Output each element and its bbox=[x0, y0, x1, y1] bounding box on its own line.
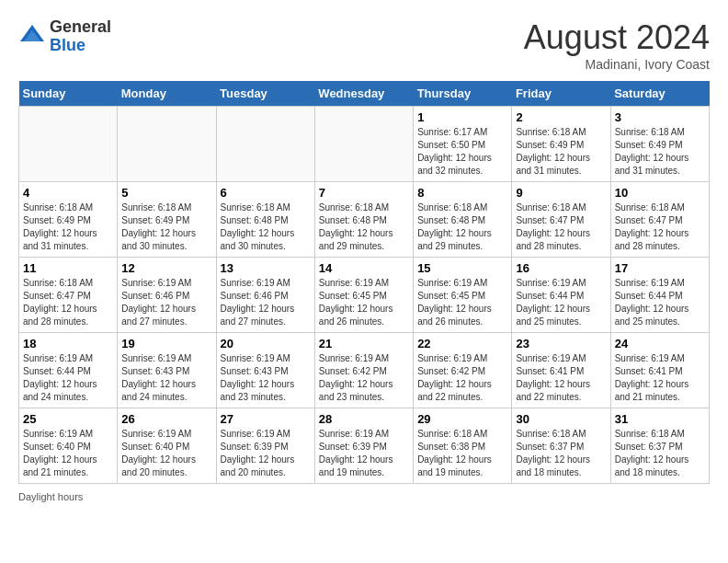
day-number: 25 bbox=[23, 412, 113, 426]
day-number: 27 bbox=[221, 412, 311, 426]
day-number: 18 bbox=[23, 337, 113, 350]
calendar-cell: 5Sunrise: 6:18 AM Sunset: 6:49 PM Daylig… bbox=[118, 182, 216, 258]
calendar-cell bbox=[19, 107, 118, 182]
day-number: 20 bbox=[221, 337, 311, 350]
logo-blue-text: Blue bbox=[50, 37, 111, 55]
day-info: Sunrise: 6:18 AM Sunset: 6:49 PM Dayligh… bbox=[121, 201, 211, 253]
day-number: 11 bbox=[23, 261, 113, 275]
day-info: Sunrise: 6:19 AM Sunset: 6:39 PM Dayligh… bbox=[221, 428, 311, 479]
logo-icon bbox=[18, 23, 46, 51]
calendar-cell bbox=[314, 107, 413, 182]
calendar-cell: 25Sunrise: 6:19 AM Sunset: 6:40 PM Dayli… bbox=[19, 408, 118, 484]
calendar-cell: 27Sunrise: 6:19 AM Sunset: 6:39 PM Dayli… bbox=[216, 408, 314, 484]
calendar-cell: 13Sunrise: 6:19 AM Sunset: 6:46 PM Dayli… bbox=[216, 258, 314, 333]
title-area: August 2024 Madinani, Ivory Coast bbox=[524, 18, 710, 72]
calendar-cell: 4Sunrise: 6:18 AM Sunset: 6:49 PM Daylig… bbox=[19, 182, 118, 258]
page-header: General Blue August 2024 Madinani, Ivory… bbox=[18, 18, 710, 72]
calendar-cell bbox=[216, 107, 314, 182]
calendar-cell: 9Sunrise: 6:18 AM Sunset: 6:47 PM Daylig… bbox=[512, 182, 610, 258]
calendar-cell: 22Sunrise: 6:19 AM Sunset: 6:42 PM Dayli… bbox=[414, 333, 512, 408]
calendar-cell: 6Sunrise: 6:18 AM Sunset: 6:48 PM Daylig… bbox=[216, 182, 314, 258]
day-number: 6 bbox=[221, 186, 311, 200]
day-number: 28 bbox=[319, 412, 409, 426]
calendar-cell: 31Sunrise: 6:18 AM Sunset: 6:37 PM Dayli… bbox=[610, 408, 709, 484]
column-header-wednesday: Wednesday bbox=[314, 81, 413, 107]
day-number: 31 bbox=[615, 412, 705, 426]
day-info: Sunrise: 6:18 AM Sunset: 6:37 PM Dayligh… bbox=[615, 428, 705, 479]
calendar-cell: 16Sunrise: 6:19 AM Sunset: 6:44 PM Dayli… bbox=[512, 258, 610, 333]
day-info: Sunrise: 6:18 AM Sunset: 6:48 PM Dayligh… bbox=[319, 201, 409, 253]
calendar-cell: 1Sunrise: 6:17 AM Sunset: 6:50 PM Daylig… bbox=[414, 107, 512, 182]
calendar-cell: 10Sunrise: 6:18 AM Sunset: 6:47 PM Dayli… bbox=[610, 182, 709, 258]
day-number: 7 bbox=[319, 186, 409, 200]
day-info: Sunrise: 6:18 AM Sunset: 6:37 PM Dayligh… bbox=[516, 428, 606, 479]
day-info: Sunrise: 6:19 AM Sunset: 6:41 PM Dayligh… bbox=[516, 352, 606, 404]
day-number: 2 bbox=[516, 110, 606, 124]
day-number: 14 bbox=[319, 261, 409, 275]
calendar-cell: 18Sunrise: 6:19 AM Sunset: 6:44 PM Dayli… bbox=[19, 333, 118, 408]
day-info: Sunrise: 6:18 AM Sunset: 6:49 PM Dayligh… bbox=[516, 126, 606, 178]
calendar-cell: 30Sunrise: 6:18 AM Sunset: 6:37 PM Dayli… bbox=[512, 408, 610, 484]
day-number: 16 bbox=[516, 261, 606, 275]
day-info: Sunrise: 6:19 AM Sunset: 6:39 PM Dayligh… bbox=[319, 428, 409, 479]
calendar-cell: 3Sunrise: 6:18 AM Sunset: 6:49 PM Daylig… bbox=[610, 107, 709, 182]
day-info: Sunrise: 6:19 AM Sunset: 6:41 PM Dayligh… bbox=[615, 352, 705, 404]
calendar-week-row: 4Sunrise: 6:18 AM Sunset: 6:49 PM Daylig… bbox=[19, 182, 710, 258]
day-info: Sunrise: 6:19 AM Sunset: 6:45 PM Dayligh… bbox=[417, 277, 507, 328]
day-number: 5 bbox=[121, 186, 211, 200]
day-info: Sunrise: 6:19 AM Sunset: 6:45 PM Dayligh… bbox=[319, 277, 409, 328]
calendar-week-row: 1Sunrise: 6:17 AM Sunset: 6:50 PM Daylig… bbox=[19, 107, 710, 182]
day-number: 15 bbox=[417, 261, 507, 275]
day-info: Sunrise: 6:18 AM Sunset: 6:48 PM Dayligh… bbox=[417, 201, 507, 253]
day-info: Sunrise: 6:19 AM Sunset: 6:40 PM Dayligh… bbox=[121, 428, 211, 479]
calendar-week-row: 18Sunrise: 6:19 AM Sunset: 6:44 PM Dayli… bbox=[19, 333, 710, 408]
calendar-cell bbox=[118, 107, 216, 182]
day-info: Sunrise: 6:18 AM Sunset: 6:47 PM Dayligh… bbox=[615, 201, 705, 253]
calendar-week-row: 11Sunrise: 6:18 AM Sunset: 6:47 PM Dayli… bbox=[19, 258, 710, 333]
calendar-cell: 21Sunrise: 6:19 AM Sunset: 6:42 PM Dayli… bbox=[314, 333, 413, 408]
calendar-table: SundayMondayTuesdayWednesdayThursdayFrid… bbox=[18, 81, 710, 484]
column-header-monday: Monday bbox=[118, 81, 216, 107]
day-info: Sunrise: 6:19 AM Sunset: 6:46 PM Dayligh… bbox=[121, 277, 211, 328]
calendar-cell: 20Sunrise: 6:19 AM Sunset: 6:43 PM Dayli… bbox=[216, 333, 314, 408]
day-number: 9 bbox=[516, 186, 606, 200]
day-number: 21 bbox=[319, 337, 409, 350]
day-info: Sunrise: 6:19 AM Sunset: 6:42 PM Dayligh… bbox=[417, 352, 507, 404]
day-number: 19 bbox=[121, 337, 211, 350]
day-number: 8 bbox=[417, 186, 507, 200]
column-header-tuesday: Tuesday bbox=[216, 81, 314, 107]
calendar-cell: 17Sunrise: 6:19 AM Sunset: 6:44 PM Dayli… bbox=[610, 258, 709, 333]
day-info: Sunrise: 6:19 AM Sunset: 6:44 PM Dayligh… bbox=[516, 277, 606, 328]
calendar-cell: 15Sunrise: 6:19 AM Sunset: 6:45 PM Dayli… bbox=[414, 258, 512, 333]
calendar-cell: 8Sunrise: 6:18 AM Sunset: 6:48 PM Daylig… bbox=[414, 182, 512, 258]
column-header-saturday: Saturday bbox=[610, 81, 709, 107]
column-header-thursday: Thursday bbox=[414, 81, 512, 107]
calendar-cell: 7Sunrise: 6:18 AM Sunset: 6:48 PM Daylig… bbox=[314, 182, 413, 258]
day-number: 22 bbox=[417, 337, 507, 350]
calendar-cell: 14Sunrise: 6:19 AM Sunset: 6:45 PM Dayli… bbox=[314, 258, 413, 333]
day-info: Sunrise: 6:19 AM Sunset: 6:44 PM Dayligh… bbox=[23, 352, 113, 404]
day-info: Sunrise: 6:18 AM Sunset: 6:47 PM Dayligh… bbox=[516, 201, 606, 253]
day-number: 4 bbox=[23, 186, 113, 200]
calendar-cell: 19Sunrise: 6:19 AM Sunset: 6:43 PM Dayli… bbox=[118, 333, 216, 408]
day-number: 24 bbox=[615, 337, 705, 350]
day-info: Sunrise: 6:19 AM Sunset: 6:40 PM Dayligh… bbox=[23, 428, 113, 479]
column-header-sunday: Sunday bbox=[19, 81, 118, 107]
day-number: 29 bbox=[417, 412, 507, 426]
day-number: 12 bbox=[121, 261, 211, 275]
calendar-cell: 29Sunrise: 6:18 AM Sunset: 6:38 PM Dayli… bbox=[414, 408, 512, 484]
location-subtitle: Madinani, Ivory Coast bbox=[524, 57, 710, 72]
day-number: 30 bbox=[516, 412, 606, 426]
day-number: 26 bbox=[121, 412, 211, 426]
day-number: 3 bbox=[615, 110, 705, 124]
day-number: 17 bbox=[615, 261, 705, 275]
column-header-friday: Friday bbox=[512, 81, 610, 107]
day-info: Sunrise: 6:19 AM Sunset: 6:46 PM Dayligh… bbox=[221, 277, 311, 328]
calendar-cell: 26Sunrise: 6:19 AM Sunset: 6:40 PM Dayli… bbox=[118, 408, 216, 484]
day-info: Sunrise: 6:19 AM Sunset: 6:43 PM Dayligh… bbox=[121, 352, 211, 404]
day-number: 23 bbox=[516, 337, 606, 350]
calendar-cell: 2Sunrise: 6:18 AM Sunset: 6:49 PM Daylig… bbox=[512, 107, 610, 182]
day-info: Sunrise: 6:19 AM Sunset: 6:43 PM Dayligh… bbox=[221, 352, 311, 404]
day-info: Sunrise: 6:18 AM Sunset: 6:48 PM Dayligh… bbox=[221, 201, 311, 253]
logo: General Blue bbox=[18, 18, 111, 55]
